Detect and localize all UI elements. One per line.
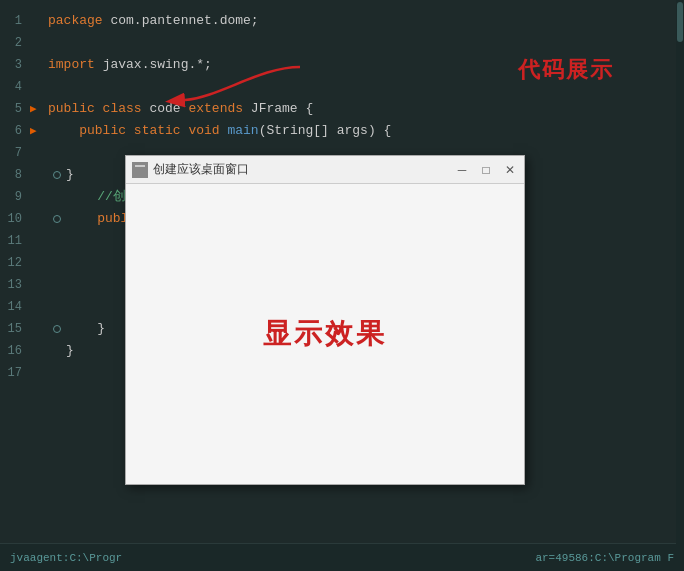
jframe-body: 显示效果	[126, 184, 524, 484]
code-line-5: 5 ▶ public class code extends JFrame {	[0, 98, 684, 120]
code-line-1: 1 package com.pantennet.dome;	[0, 10, 684, 32]
jframe-maximize-button[interactable]: □	[478, 162, 494, 178]
code-line-6: 6 ▶ public static void main(String[] arg…	[0, 120, 684, 142]
jframe-window-icon	[132, 162, 148, 178]
code-editor: 1 package com.pantennet.dome; 2 3 import…	[0, 0, 684, 571]
scrollbar-thumb[interactable]	[677, 2, 683, 42]
breakpoint-arrow-5[interactable]: ▶	[30, 98, 48, 120]
status-bar: jvaagent:C:\Progr ar=49586:C:\Program F	[0, 543, 684, 571]
jframe-minimize-button[interactable]: ─	[454, 162, 470, 178]
scrollbar[interactable]	[676, 0, 684, 571]
breakpoint-arrow-6[interactable]: ▶	[30, 120, 48, 142]
annotation-label: 代码展示	[518, 55, 614, 85]
jframe-close-button[interactable]: ✕	[502, 162, 518, 178]
jframe-titlebar: 创建应该桌面窗口 ─ □ ✕	[126, 156, 524, 184]
code-line-2: 2	[0, 32, 684, 54]
status-left: jvaagent:C:\Progr	[0, 552, 122, 564]
jframe-title-text: 创建应该桌面窗口	[153, 161, 454, 178]
display-effect-label: 显示效果	[263, 315, 387, 353]
jframe-window-controls: ─ □ ✕	[454, 162, 518, 178]
status-right: ar=49586:C:\Program F	[535, 552, 684, 564]
svg-rect-2	[135, 165, 145, 167]
jframe-window: 创建应该桌面窗口 ─ □ ✕ 显示效果	[125, 155, 525, 485]
